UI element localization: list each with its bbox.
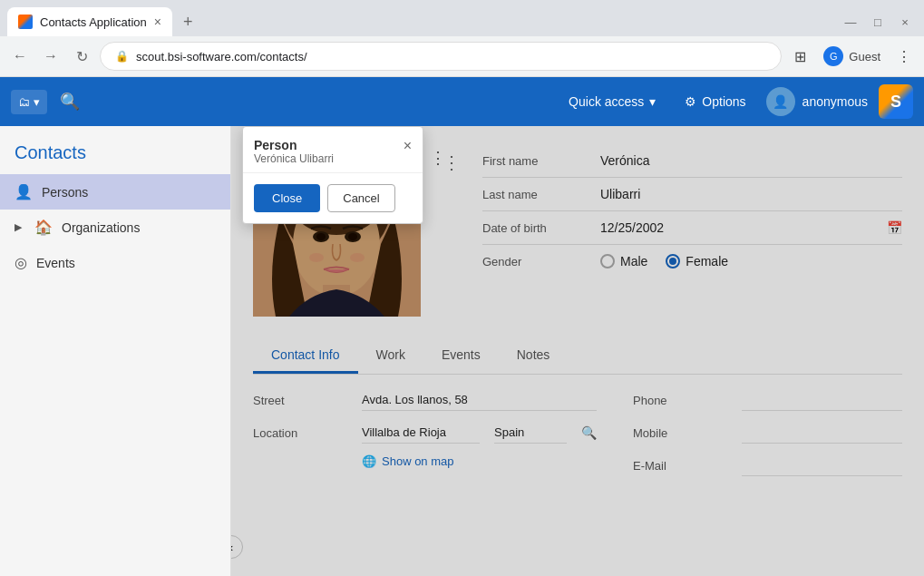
options-button[interactable]: ⚙ Options bbox=[676, 89, 754, 114]
browser-chrome: Contacts Application × + — □ × ← → ↻ 🔒 s… bbox=[0, 0, 924, 77]
browser-menu-button[interactable]: ⋮ bbox=[891, 44, 917, 69]
cancel-button[interactable]: Cancel bbox=[327, 184, 394, 212]
refresh-button[interactable]: ↻ bbox=[69, 44, 94, 69]
sidebar: Contacts 👤 Persons ▶ 🏠 Organizations ◎ E… bbox=[0, 126, 231, 576]
sidebar-item-persons[interactable]: 👤 Persons bbox=[0, 174, 230, 210]
events-icon: ◎ bbox=[15, 254, 27, 271]
maximize-button[interactable]: □ bbox=[866, 10, 890, 34]
close-button[interactable]: Close bbox=[254, 184, 320, 212]
dialog-buttons: Close Cancel bbox=[243, 173, 423, 223]
search-icon: 🔍 bbox=[60, 93, 80, 111]
guest-avatar: G bbox=[823, 46, 843, 66]
window-controls: — □ × bbox=[839, 10, 917, 34]
dialog-subtitle: Verónica Ulibarri bbox=[254, 152, 334, 165]
person-dialog: Person Verónica Ulibarri × Close Cancel bbox=[242, 126, 423, 224]
dialog-title: Person bbox=[254, 138, 334, 152]
guest-label: Guest bbox=[849, 50, 880, 63]
address-bar-row: ← → ↻ 🔒 scout.bsi-software.com/contacts/… bbox=[0, 36, 924, 76]
dialog-header: Person Verónica Ulibarri × bbox=[243, 127, 423, 173]
tab-bar: Contacts Application × + — □ × bbox=[0, 0, 924, 36]
home-icon: 🏠 bbox=[34, 219, 53, 236]
username-label: anonymous bbox=[802, 94, 868, 109]
browser-menu-icons: ⊞ G Guest ⋮ bbox=[787, 43, 917, 70]
sidebar-events-label: Events bbox=[36, 256, 75, 270]
options-label: Options bbox=[702, 94, 745, 109]
user-info: 👤 anonymous bbox=[766, 87, 868, 116]
minimize-button[interactable]: — bbox=[839, 10, 862, 34]
user-avatar: 👤 bbox=[766, 87, 795, 116]
folder-icon: 🗂 bbox=[18, 95, 30, 109]
search-button[interactable]: 🔍 bbox=[54, 86, 85, 117]
gear-icon: ⚙ bbox=[685, 94, 696, 109]
tab-favicon bbox=[18, 15, 33, 29]
url-text: scout.bsi-software.com/contacts/ bbox=[136, 50, 766, 63]
quick-access-label: Quick access bbox=[569, 94, 644, 109]
sidebar-persons-label: Persons bbox=[42, 185, 88, 200]
back-button[interactable]: ← bbox=[7, 44, 33, 69]
tab-close-btn[interactable]: × bbox=[154, 15, 161, 29]
window-close-button[interactable]: × bbox=[893, 10, 917, 34]
folder-button[interactable]: 🗂 ▾ bbox=[11, 90, 47, 114]
quick-access-button[interactable]: Quick access ▾ bbox=[559, 89, 665, 114]
guest-profile-button[interactable]: G Guest bbox=[816, 43, 888, 70]
person-icon: 👤 bbox=[15, 183, 33, 200]
sidebar-title: Contacts bbox=[0, 126, 230, 174]
main-layout: Contacts 👤 Persons ▶ 🏠 Organizations ◎ E… bbox=[0, 126, 924, 576]
forward-button[interactable]: → bbox=[38, 44, 63, 69]
expand-arrow-icon: ▶ bbox=[15, 221, 22, 233]
content-area: Person Verónica Ulibarri × Close Cancel bbox=[231, 126, 924, 576]
dialog-close-button[interactable]: × bbox=[404, 138, 412, 154]
guest-initial: G bbox=[830, 51, 838, 62]
sidebar-item-events[interactable]: ◎ Events bbox=[0, 245, 230, 280]
tab-title: Contacts Application bbox=[40, 15, 147, 29]
folder-chevron-icon: ▾ bbox=[34, 95, 40, 109]
sidebar-organizations-label: Organizations bbox=[62, 220, 140, 235]
quick-access-chevron-icon: ▾ bbox=[649, 94, 656, 109]
address-bar[interactable]: 🔒 scout.bsi-software.com/contacts/ bbox=[100, 42, 782, 71]
sidebar-item-organizations[interactable]: ▶ 🏠 Organizations bbox=[0, 210, 230, 245]
app-header: 🗂 ▾ 🔍 Quick access ▾ ⚙ Options 👤 anonymo… bbox=[0, 77, 924, 126]
dialog-overlay: Person Verónica Ulibarri × Close Cancel bbox=[231, 126, 924, 576]
app-header-left: 🗂 ▾ 🔍 bbox=[11, 86, 85, 117]
lock-icon: 🔒 bbox=[115, 50, 129, 63]
dialog-title-group: Person Verónica Ulibarri bbox=[254, 138, 334, 165]
app-logo: S bbox=[879, 84, 913, 119]
extensions-button[interactable]: ⊞ bbox=[787, 44, 812, 69]
new-tab-button[interactable]: + bbox=[176, 9, 200, 35]
active-tab[interactable]: Contacts Application × bbox=[7, 7, 172, 36]
user-icon: 👤 bbox=[773, 94, 788, 109]
